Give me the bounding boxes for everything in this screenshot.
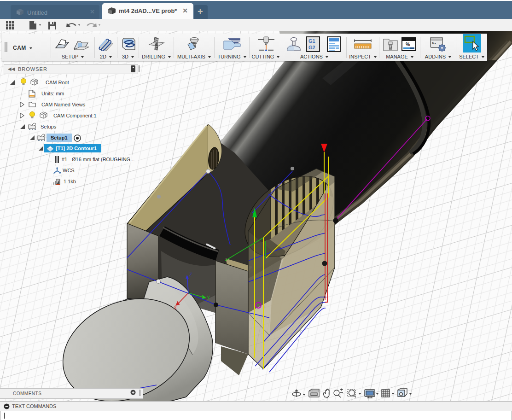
svg-text:Z: Z: [189, 272, 192, 277]
svg-text:>-: >-: [432, 41, 436, 45]
svg-text:Y: Y: [207, 295, 210, 300]
svg-text:G1: G1: [308, 38, 315, 44]
svg-text:%: %: [406, 41, 410, 47]
svg-text:X: X: [174, 305, 177, 310]
svg-text:G2: G2: [308, 45, 315, 50]
